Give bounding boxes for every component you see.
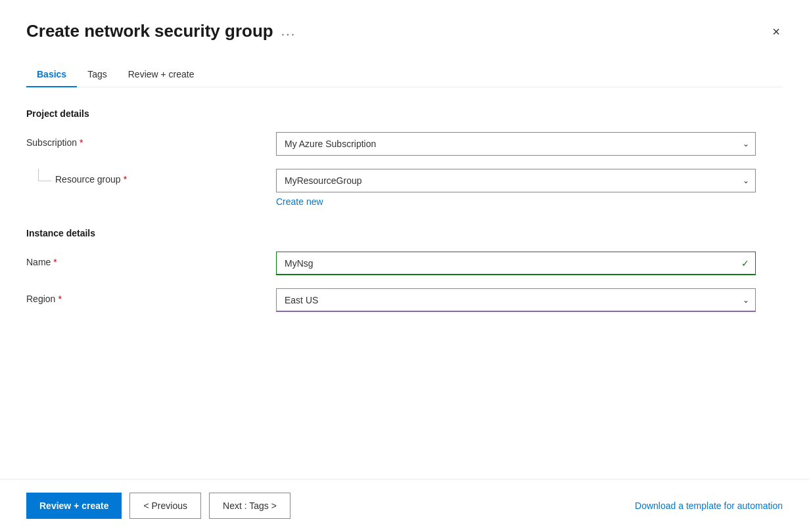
tab-review-create[interactable]: Review + create bbox=[118, 62, 205, 87]
name-control: ✓ bbox=[276, 252, 756, 275]
resource-group-label-area: Resource group * bbox=[26, 169, 276, 185]
name-input[interactable] bbox=[276, 252, 756, 275]
tab-tags[interactable]: Tags bbox=[77, 62, 118, 87]
subscription-select-wrapper: My Azure Subscription ⌄ bbox=[276, 132, 756, 156]
region-required-star: * bbox=[58, 294, 61, 304]
more-options-icon[interactable]: ... bbox=[281, 24, 296, 39]
page-title: Create network security group bbox=[26, 21, 273, 41]
name-required-star: * bbox=[53, 257, 57, 267]
subscription-required-star: * bbox=[80, 137, 83, 148]
subscription-label: Subscription * bbox=[26, 132, 276, 148]
name-label: Name * bbox=[26, 252, 276, 267]
panel-header: Create network security group ... × bbox=[0, 0, 809, 41]
resource-group-control: MyResourceGroup ⌄ Create new bbox=[276, 169, 756, 207]
bracket-horizontal bbox=[38, 181, 51, 181]
name-row: Name * ✓ bbox=[26, 252, 783, 275]
region-control: East US ⌄ bbox=[276, 288, 756, 312]
review-create-button[interactable]: Review + create bbox=[26, 493, 122, 519]
region-select-wrapper: East US ⌄ bbox=[276, 288, 756, 312]
resource-group-required-star: * bbox=[124, 174, 127, 185]
next-button[interactable]: Next : Tags > bbox=[209, 493, 290, 519]
create-new-link[interactable]: Create new bbox=[276, 196, 323, 207]
name-input-wrapper: ✓ bbox=[276, 252, 756, 275]
previous-button[interactable]: < Previous bbox=[129, 493, 201, 519]
region-label: Region * bbox=[26, 288, 276, 304]
region-select[interactable]: East US bbox=[276, 288, 756, 312]
panel-footer: Review + create < Previous Next : Tags >… bbox=[0, 479, 809, 532]
close-button[interactable]: × bbox=[770, 22, 783, 41]
panel-content: Basics Tags Review + create Project deta… bbox=[0, 41, 809, 479]
subscription-select[interactable]: My Azure Subscription bbox=[276, 132, 756, 156]
bracket-vertical bbox=[38, 169, 39, 181]
instance-details-header: Instance details bbox=[26, 228, 783, 238]
project-details-header: Project details bbox=[26, 108, 783, 119]
tab-basics[interactable]: Basics bbox=[26, 62, 77, 87]
panel-title-area: Create network security group ... bbox=[26, 21, 296, 41]
subscription-row: Subscription * My Azure Subscription ⌄ bbox=[26, 132, 783, 156]
subscription-control: My Azure Subscription ⌄ bbox=[276, 132, 756, 156]
resource-group-select-wrapper: MyResourceGroup ⌄ bbox=[276, 169, 756, 192]
resource-group-row: Resource group * MyResourceGroup ⌄ Creat… bbox=[26, 169, 783, 207]
tab-bar: Basics Tags Review + create bbox=[26, 62, 783, 87]
instance-details-section: Instance details Name * ✓ Region bbox=[26, 228, 783, 312]
region-row: Region * East US ⌄ bbox=[26, 288, 783, 312]
download-template-link[interactable]: Download a template for automation bbox=[635, 500, 783, 511]
create-panel: Create network security group ... × Basi… bbox=[0, 0, 809, 532]
resource-group-select[interactable]: MyResourceGroup bbox=[276, 169, 756, 192]
